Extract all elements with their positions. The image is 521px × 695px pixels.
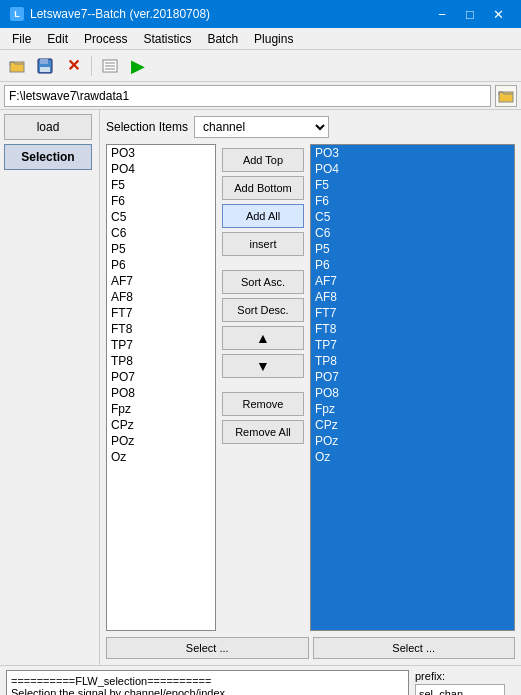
list-item[interactable]: PO7	[107, 369, 215, 385]
path-bar	[0, 82, 521, 110]
main-content: load Selection Selection Items channel e…	[0, 110, 521, 665]
right-controls: prefix: save Script	[415, 670, 515, 695]
select-row: Select ... Select ...	[106, 637, 515, 659]
list-item[interactable]: CPz	[107, 417, 215, 433]
list-item[interactable]: TP7	[107, 337, 215, 353]
sidebar: load Selection	[0, 110, 100, 665]
list-item[interactable]: PO4	[311, 161, 514, 177]
list-item[interactable]: Oz	[107, 449, 215, 465]
menu-plugins[interactable]: Plugins	[246, 30, 301, 48]
run-toolbar-button[interactable]: ▶	[125, 53, 151, 79]
list-item[interactable]: AF8	[311, 289, 514, 305]
list-item[interactable]: C5	[107, 209, 215, 225]
cancel-button[interactable]: ✕	[60, 53, 86, 79]
list-item[interactable]: Fpz	[107, 401, 215, 417]
info-box: ==========FLW_selection========== Select…	[6, 670, 409, 695]
list-item[interactable]: P6	[107, 257, 215, 273]
list-item[interactable]: FT8	[311, 321, 514, 337]
close-button[interactable]: ✕	[485, 4, 511, 24]
list-item[interactable]: C6	[107, 225, 215, 241]
menu-statistics[interactable]: Statistics	[135, 30, 199, 48]
main-panel: Selection Items channel epoch index PO3P…	[100, 110, 521, 665]
list-item[interactable]: Oz	[311, 449, 514, 465]
list-item[interactable]: TP7	[311, 337, 514, 353]
list-item[interactable]: AF7	[107, 273, 215, 289]
list-item[interactable]: F6	[107, 193, 215, 209]
add-bottom-button[interactable]: Add Bottom	[222, 176, 304, 200]
list-item[interactable]: POz	[107, 433, 215, 449]
window-title: Letswave7--Batch (ver.20180708)	[30, 7, 210, 21]
move-down-button[interactable]: ▼	[222, 354, 304, 378]
list-item[interactable]: CPz	[311, 417, 514, 433]
list-item[interactable]: C6	[311, 225, 514, 241]
browse-button[interactable]	[495, 85, 517, 107]
menu-process[interactable]: Process	[76, 30, 135, 48]
list-item[interactable]: PO4	[107, 161, 215, 177]
remove-button[interactable]: Remove	[222, 392, 304, 416]
list-item[interactable]: AF8	[107, 289, 215, 305]
selection-header: Selection Items channel epoch index	[106, 116, 515, 138]
menu-file[interactable]: File	[4, 30, 39, 48]
list-item[interactable]: PO3	[107, 145, 215, 161]
insert-button[interactable]: insert	[222, 232, 304, 256]
remove-all-button[interactable]: Remove All	[222, 420, 304, 444]
lists-row: PO3PO4F5F6C5C6P5P6AF7AF8FT7FT8TP7TP8PO7P…	[106, 144, 515, 631]
list-item[interactable]: PO3	[311, 145, 514, 161]
list-item[interactable]: FT7	[311, 305, 514, 321]
list-item[interactable]: F5	[311, 177, 514, 193]
list-button[interactable]	[97, 53, 123, 79]
list-item[interactable]: P6	[311, 257, 514, 273]
prefix-label: prefix:	[415, 670, 515, 682]
list-item[interactable]: TP8	[107, 353, 215, 369]
list-item[interactable]: F5	[107, 177, 215, 193]
list-item[interactable]: C5	[311, 209, 514, 225]
select1-button[interactable]: Select ...	[106, 637, 309, 659]
svg-rect-2	[40, 59, 48, 64]
toolbar-separator	[91, 56, 92, 76]
list-item[interactable]: POz	[311, 433, 514, 449]
sort-desc-button[interactable]: Sort Desc.	[222, 298, 304, 322]
open-button[interactable]	[4, 53, 30, 79]
bottom-section: ==========FLW_selection========== Select…	[0, 665, 521, 695]
destination-list[interactable]: PO3PO4F5F6C5C6P5P6AF7AF8FT7FT8TP7TP8PO7P…	[310, 144, 515, 631]
info-line2: Selection the signal by channel/epoch/in…	[11, 687, 404, 695]
middle-buttons: Add Top Add Bottom Add All insert Sort A…	[222, 144, 304, 631]
minimize-button[interactable]: −	[429, 4, 455, 24]
list-item[interactable]: Fpz	[311, 401, 514, 417]
channel-dropdown[interactable]: channel epoch index	[194, 116, 329, 138]
add-top-button[interactable]: Add Top	[222, 148, 304, 172]
selection-items-label: Selection Items	[106, 120, 188, 134]
list-item[interactable]: AF7	[311, 273, 514, 289]
list-item[interactable]: PO8	[311, 385, 514, 401]
move-up-button[interactable]: ▲	[222, 326, 304, 350]
list-item[interactable]: P5	[311, 241, 514, 257]
app-icon: L	[10, 7, 24, 21]
toolbar: ✕ ▶	[0, 50, 521, 82]
selection-button[interactable]: Selection	[4, 144, 92, 170]
maximize-button[interactable]: □	[457, 4, 483, 24]
list-item[interactable]: P5	[107, 241, 215, 257]
select2-button[interactable]: Select ...	[313, 637, 516, 659]
list-item[interactable]: PO8	[107, 385, 215, 401]
list-item[interactable]: FT7	[107, 305, 215, 321]
add-all-button[interactable]: Add All	[222, 204, 304, 228]
path-input[interactable]	[4, 85, 491, 107]
menu-batch[interactable]: Batch	[199, 30, 246, 48]
save-button[interactable]	[32, 53, 58, 79]
list-item[interactable]: TP8	[311, 353, 514, 369]
sort-asc-button[interactable]: Sort Asc.	[222, 270, 304, 294]
svg-rect-3	[40, 67, 50, 72]
list-item[interactable]: FT8	[107, 321, 215, 337]
prefix-input[interactable]	[415, 684, 505, 695]
menu-bar: File Edit Process Statistics Batch Plugi…	[0, 28, 521, 50]
list-item[interactable]: F6	[311, 193, 514, 209]
list-item[interactable]: PO7	[311, 369, 514, 385]
load-button[interactable]: load	[4, 114, 92, 140]
menu-edit[interactable]: Edit	[39, 30, 76, 48]
source-list[interactable]: PO3PO4F5F6C5C6P5P6AF7AF8FT7FT8TP7TP8PO7P…	[106, 144, 216, 631]
title-bar: L Letswave7--Batch (ver.20180708) − □ ✕	[0, 0, 521, 28]
info-line1: ==========FLW_selection==========	[11, 675, 404, 687]
